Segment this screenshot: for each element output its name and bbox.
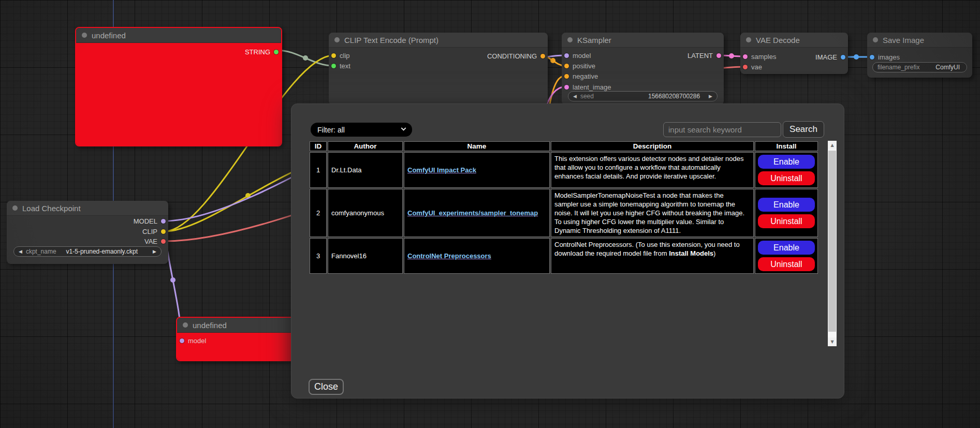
header-id: ID	[310, 141, 327, 151]
previous-arrow-icon[interactable]: ◀	[19, 249, 22, 254]
cell-author: comfyanonymous	[328, 189, 403, 237]
enable-button[interactable]: Enable	[758, 198, 815, 212]
next-arrow-icon[interactable]: ▶	[153, 249, 156, 254]
uninstall-button[interactable]: Uninstall	[758, 171, 815, 185]
port-label: CLIP	[142, 228, 157, 235]
increment-arrow-icon[interactable]: ▶	[709, 94, 712, 99]
port-dot[interactable]	[161, 219, 166, 224]
input-port-positive[interactable]: positive	[564, 61, 595, 71]
node-collapse-dot[interactable]	[334, 37, 340, 42]
output-port-clip[interactable]: CLIP	[142, 226, 166, 237]
node-vae-decode[interactable]: VAE Decode samples vae IMAGE	[740, 33, 848, 74]
extension-table-container: ID Author Name Description Install 1 Dr.…	[309, 140, 837, 346]
port-dot[interactable]	[564, 85, 569, 90]
node-collapse-dot[interactable]	[183, 322, 188, 328]
input-port-samples[interactable]: samples	[743, 51, 776, 62]
node-title-label: CLIP Text Encode (Prompt)	[344, 36, 438, 45]
decrement-arrow-icon[interactable]: ◀	[573, 94, 577, 99]
port-dot[interactable]	[180, 338, 184, 343]
table-row: 3 Fannovel16 ControlNet Preprocessors Co…	[310, 238, 818, 274]
node-title-bar[interactable]: KSampler	[562, 33, 724, 48]
input-port-vae[interactable]: vae	[743, 62, 762, 72]
node-collapse-dot[interactable]	[746, 37, 751, 42]
node-save-image[interactable]: Save Image images filename_prefix ComfyU…	[867, 33, 972, 78]
port-dot[interactable]	[743, 54, 748, 59]
node-collapse-dot[interactable]	[82, 33, 87, 38]
port-label: clip	[340, 52, 350, 60]
table-scrollbar[interactable]: ▲ ▼	[828, 141, 837, 346]
port-dot[interactable]	[274, 50, 279, 54]
node-title-bar[interactable]: VAE Decode	[740, 33, 848, 48]
search-input[interactable]	[663, 122, 781, 137]
enable-button[interactable]: Enable	[758, 155, 815, 169]
input-port-negative[interactable]: negative	[564, 71, 598, 81]
enable-button[interactable]: Enable	[758, 241, 815, 255]
filter-dropdown[interactable]: Filter: all	[311, 123, 412, 137]
input-port-latent-image[interactable]: latent_image	[564, 82, 611, 92]
node-collapse-dot[interactable]	[12, 205, 18, 211]
node-title-bar[interactable]: Load Checkpoint	[7, 201, 168, 216]
close-button[interactable]: Close	[309, 379, 344, 395]
port-dot[interactable]	[564, 53, 569, 58]
output-port-vae[interactable]: VAE	[144, 236, 166, 246]
widget-value: v1-5-pruned-emaonly.ckpt	[66, 248, 138, 255]
node-collapse-dot[interactable]	[567, 37, 573, 42]
ckpt-name-widget[interactable]: ◀ ckpt_name v1-5-pruned-emaonly.ckpt ▶	[13, 246, 162, 257]
extension-link[interactable]: ControlNet Preprocessors	[407, 252, 491, 260]
port-dot[interactable]	[331, 64, 336, 68]
port-dot[interactable]	[540, 54, 545, 58]
filter-dropdown-value: Filter: all	[317, 126, 345, 134]
port-dot[interactable]	[564, 74, 569, 79]
input-port-clip[interactable]: clip	[331, 50, 350, 61]
node-collapse-dot[interactable]	[873, 37, 878, 42]
cell-install: Enable Uninstall	[755, 152, 818, 188]
seed-widget[interactable]: ◀ seed 156680208700286 ▶	[568, 91, 718, 101]
port-dot[interactable]	[161, 229, 166, 234]
node-clip-text-encode[interactable]: CLIP Text Encode (Prompt) clip text COND…	[329, 33, 548, 105]
extension-link[interactable]: ComfyUI_experiments/sampler_tonemap	[407, 209, 538, 217]
filename-prefix-widget[interactable]: filename_prefix ComfyUI	[872, 62, 967, 72]
node-ksampler[interactable]: KSampler model positive negative latent_…	[562, 33, 724, 105]
port-dot[interactable]	[743, 65, 748, 69]
port-dot[interactable]	[841, 55, 845, 60]
node-graph-canvas[interactable]: undefined STRING CLIP Text Encode (Promp…	[0, 0, 980, 428]
input-port-text[interactable]: text	[331, 61, 350, 71]
header-author: Author	[328, 141, 403, 151]
port-dot[interactable]	[161, 239, 166, 244]
input-port-model[interactable]: model	[564, 50, 591, 61]
uninstall-button[interactable]: Uninstall	[758, 214, 815, 228]
output-port-model[interactable]: MODEL	[134, 216, 166, 226]
input-port-images[interactable]: images	[870, 52, 900, 62]
cell-install: Enable Uninstall	[755, 238, 818, 274]
node-undefined-top[interactable]: undefined STRING	[75, 27, 282, 146]
extension-link[interactable]: ComfyUI Impact Pack	[407, 166, 476, 174]
wire-reroute-dot	[170, 277, 175, 283]
node-load-checkpoint[interactable]: Load Checkpoint MODEL CLIP VAE ◀ ckpt_na…	[7, 201, 168, 264]
scrollbar-thumb[interactable]	[828, 151, 836, 332]
node-title-bar[interactable]: Save Image	[867, 33, 972, 48]
search-button[interactable]: Search	[783, 121, 824, 138]
output-port-latent[interactable]: LATENT	[688, 50, 721, 61]
output-port-string[interactable]: STRING	[245, 47, 279, 57]
scroll-down-icon[interactable]: ▼	[828, 337, 837, 346]
node-title-bar[interactable]: undefined	[76, 28, 281, 43]
wire-reroute-dot	[854, 54, 859, 60]
port-dot[interactable]	[870, 55, 874, 60]
header-description: Description	[551, 141, 754, 151]
output-port-image[interactable]: IMAGE	[815, 52, 845, 62]
uninstall-button[interactable]: Uninstall	[758, 257, 815, 271]
extension-table: ID Author Name Description Install 1 Dr.…	[309, 140, 819, 275]
table-row: 2 comfyanonymous ComfyUI_experiments/sam…	[310, 189, 818, 237]
node-title-bar[interactable]: CLIP Text Encode (Prompt)	[329, 33, 548, 48]
description-end: )	[713, 249, 715, 257]
port-dot[interactable]	[331, 53, 336, 58]
cell-author: Fannovel16	[328, 238, 403, 274]
port-dot[interactable]	[716, 53, 721, 58]
cell-name: ControlNet Preprocessors	[404, 238, 550, 274]
extension-manager-dialog: Filter: all Search ID Author Name Descri…	[291, 104, 844, 399]
widget-value: 156680208700286	[648, 93, 700, 100]
input-port-model[interactable]: model	[180, 335, 206, 346]
port-dot[interactable]	[564, 64, 569, 68]
scroll-up-icon[interactable]: ▲	[828, 141, 837, 150]
output-port-conditioning[interactable]: CONDITIONING	[487, 51, 545, 61]
